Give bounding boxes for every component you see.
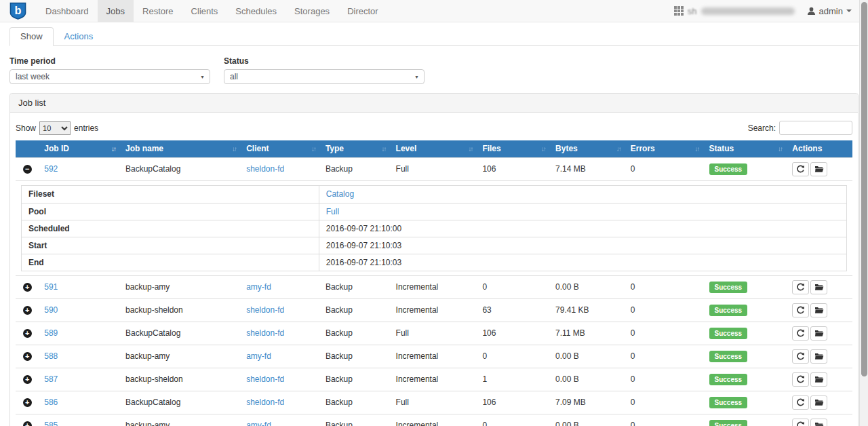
- job-log-button[interactable]: [810, 303, 827, 317]
- job-log-icon: [814, 165, 824, 173]
- job-log-button[interactable]: [810, 419, 827, 426]
- nav-item-director[interactable]: Director: [338, 0, 387, 22]
- job-log-button[interactable]: [810, 162, 827, 176]
- job-name-cell: backup-amy: [120, 414, 241, 426]
- detail-label: Start: [22, 237, 319, 254]
- job-files-cell: 0: [477, 414, 550, 426]
- job-id-link[interactable]: 592: [44, 164, 58, 174]
- rerun-job-icon: [796, 375, 805, 384]
- status-badge: Success: [709, 328, 748, 339]
- column-header-client[interactable]: Client↓↑: [241, 140, 320, 157]
- job-log-button[interactable]: [810, 326, 827, 341]
- client-link[interactable]: sheldon-fd: [246, 374, 284, 384]
- collapse-row-button[interactable]: −: [23, 165, 32, 174]
- nav-item-jobs[interactable]: Jobs: [98, 0, 134, 22]
- column-header-errors[interactable]: Errors↓↑: [625, 140, 704, 157]
- job-bytes-cell: 0.00 B: [550, 345, 625, 368]
- rerun-job-button[interactable]: [792, 326, 809, 341]
- scrollbar-thumb[interactable]: [861, 2, 867, 376]
- job-errors-cell: 0: [625, 368, 704, 391]
- detail-value-link[interactable]: Full: [326, 207, 339, 216]
- column-header-level[interactable]: Level↓↑: [391, 140, 477, 157]
- detail-value-link[interactable]: Catalog: [326, 189, 354, 199]
- column-header-files[interactable]: Files↓↑: [477, 140, 550, 157]
- job-errors-cell: 0: [625, 414, 704, 426]
- search-input[interactable]: [779, 121, 852, 135]
- tab-actions[interactable]: Actions: [54, 27, 104, 46]
- job-bytes-cell: 7.14 MB: [550, 157, 625, 180]
- rerun-job-button[interactable]: [792, 303, 809, 317]
- client-link[interactable]: sheldon-fd: [246, 398, 284, 407]
- client-link[interactable]: amy-fd: [246, 421, 271, 426]
- client-link[interactable]: sheldon-fd: [246, 328, 284, 338]
- time-period-select[interactable]: last week: [9, 69, 210, 84]
- table-controls: Show 10 entries Search:: [16, 121, 852, 135]
- rerun-job-button[interactable]: [792, 395, 809, 410]
- expand-row-button[interactable]: +: [23, 352, 32, 361]
- job-bytes-cell: 0.00 B: [550, 414, 625, 426]
- column-header-bytes[interactable]: Bytes↓↑: [550, 140, 625, 157]
- expand-row-button[interactable]: +: [23, 306, 32, 315]
- host-name-prefix: sh: [688, 6, 697, 16]
- job-type-cell: Backup: [320, 298, 391, 322]
- detail-label: End: [22, 254, 319, 271]
- jobs-table-header-row: Job ID↓↑Job name↓↑Client↓↑Type↓↑Level↓↑F…: [16, 140, 852, 157]
- client-link[interactable]: sheldon-fd: [246, 305, 284, 315]
- expand-row-button[interactable]: +: [23, 421, 32, 426]
- job-log-icon: [814, 283, 824, 291]
- jobs-table: Job ID↓↑Job name↓↑Client↓↑Type↓↑Level↓↑F…: [16, 140, 852, 426]
- status-select[interactable]: all: [224, 69, 425, 84]
- director-host-menu[interactable]: sh: [674, 6, 795, 16]
- job-row-592: −592BackupCatalogsheldon-fdBackupFull106…: [16, 157, 852, 180]
- chevron-down-icon: [846, 9, 852, 12]
- status-badge: Success: [709, 374, 748, 385]
- job-id-link[interactable]: 590: [44, 305, 58, 315]
- job-id-link[interactable]: 589: [44, 328, 58, 338]
- expand-row-button[interactable]: +: [23, 283, 32, 292]
- user-menu[interactable]: admin: [807, 6, 852, 16]
- tab-show[interactable]: Show: [9, 27, 54, 46]
- job-bytes-cell: 0.00 B: [550, 275, 625, 298]
- job-id-link[interactable]: 585: [44, 421, 58, 426]
- nav-item-schedules[interactable]: Schedules: [226, 0, 285, 22]
- job-files-cell: 0: [477, 275, 550, 298]
- expand-row-button[interactable]: +: [23, 375, 32, 384]
- client-link[interactable]: sheldon-fd: [246, 164, 284, 174]
- job-errors-cell: 0: [625, 391, 704, 414]
- rerun-job-button[interactable]: [792, 280, 809, 294]
- client-link[interactable]: amy-fd: [246, 282, 271, 292]
- nav-item-clients[interactable]: Clients: [182, 0, 227, 22]
- rerun-job-button[interactable]: [792, 372, 809, 387]
- job-log-button[interactable]: [810, 280, 827, 294]
- column-header-type[interactable]: Type↓↑: [320, 140, 391, 157]
- column-header-job-id[interactable]: Job ID↓↑: [39, 140, 120, 157]
- nav-item-storages[interactable]: Storages: [285, 0, 338, 22]
- nav-item-dashboard[interactable]: Dashboard: [37, 0, 98, 22]
- job-row-585: +585backup-amyamy-fdBackupIncremental00.…: [16, 414, 852, 426]
- status-badge: Success: [709, 305, 748, 316]
- expand-row-button[interactable]: +: [23, 398, 32, 407]
- job-id-link[interactable]: 587: [44, 374, 58, 384]
- nav-item-restore[interactable]: Restore: [134, 0, 182, 22]
- job-log-button[interactable]: [810, 395, 827, 410]
- rerun-job-button[interactable]: [792, 162, 809, 176]
- column-header-status[interactable]: Status↓↑: [704, 140, 787, 157]
- job-detail-row-592: FilesetCatalogPoolFullScheduled2016-09-0…: [16, 180, 852, 275]
- client-link[interactable]: amy-fd: [246, 351, 271, 361]
- job-id-link[interactable]: 588: [44, 351, 58, 361]
- time-period-label: Time period: [9, 56, 210, 66]
- job-id-link[interactable]: 591: [44, 282, 58, 292]
- jobs-table-body: −592BackupCatalogsheldon-fdBackupFull106…: [16, 157, 852, 426]
- rerun-job-button[interactable]: [792, 349, 809, 364]
- rerun-job-button[interactable]: [792, 419, 809, 426]
- entries-per-page-select[interactable]: 10: [39, 121, 71, 135]
- grid-icon: [674, 6, 684, 16]
- job-name-cell: BackupCatalog: [120, 322, 241, 345]
- job-id-link[interactable]: 586: [44, 398, 58, 407]
- expand-row-button[interactable]: +: [23, 329, 32, 338]
- page-scrollbar[interactable]: [859, 0, 868, 426]
- column-header-job-name[interactable]: Job name↓↑: [120, 140, 241, 157]
- job-log-button[interactable]: [810, 372, 827, 387]
- job-log-button[interactable]: [810, 349, 827, 364]
- bareos-logo[interactable]: b: [0, 0, 37, 22]
